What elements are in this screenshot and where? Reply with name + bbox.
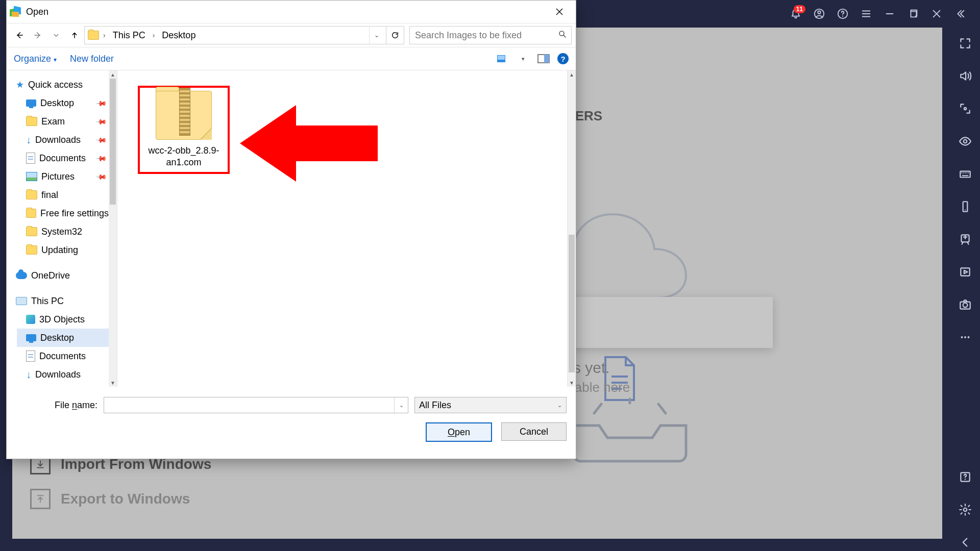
- open-dialog: Open › This PC › Desktop ⌄: [6, 0, 576, 459]
- minimize-icon[interactable]: [878, 2, 901, 26]
- search-icon[interactable]: [558, 30, 567, 41]
- nav-recent-dropdown[interactable]: [47, 27, 65, 44]
- svg-rect-24: [544, 55, 549, 63]
- scroll-down-icon[interactable]: ▼: [109, 379, 117, 387]
- tree-this-pc[interactable]: This PC: [7, 292, 109, 310]
- refresh-button[interactable]: [386, 27, 404, 44]
- volume-icon[interactable]: [955, 67, 975, 85]
- more-icon[interactable]: [955, 329, 975, 346]
- location-icon[interactable]: [955, 100, 975, 117]
- address-bar[interactable]: › This PC › Desktop ⌄: [84, 26, 404, 44]
- dialog-titlebar[interactable]: Open: [7, 1, 576, 23]
- file-item[interactable]: wcc-2-obb_2.8.9-an1.com: [138, 86, 230, 174]
- scroll-thumb[interactable]: [569, 235, 575, 372]
- tree-final[interactable]: final: [17, 186, 109, 204]
- search-box[interactable]: [409, 26, 572, 44]
- tree-onedrive[interactable]: OneDrive: [7, 266, 109, 285]
- breadcrumb-desktop[interactable]: Desktop: [159, 30, 199, 41]
- files-area[interactable]: wcc-2-obb_2.8.9-an1.com ▲ ▼: [117, 70, 576, 387]
- collapse-icon[interactable]: [948, 2, 972, 26]
- new-folder-button[interactable]: New folder: [70, 54, 114, 64]
- tree-documents-pc[interactable]: Documents: [17, 347, 109, 365]
- cube-icon: [26, 315, 35, 324]
- breadcrumb-this-pc[interactable]: This PC: [110, 30, 149, 41]
- svg-point-13: [963, 303, 968, 308]
- dialog-toolbar: Organize ▾ New folder ▾ ?: [7, 47, 576, 70]
- file-type-filter[interactable]: All Files⌄: [414, 397, 567, 413]
- chevron-right-icon[interactable]: ›: [151, 31, 157, 39]
- document-icon: [26, 153, 35, 164]
- tree-free-fire[interactable]: Free fire settings: [17, 204, 109, 222]
- view-mode-button[interactable]: [496, 53, 509, 64]
- search-input[interactable]: [414, 30, 558, 41]
- file-name: wcc-2-obb_2.8.9-an1.com: [142, 145, 226, 168]
- tree-documents[interactable]: Documents📌: [17, 149, 109, 167]
- account-icon[interactable]: [807, 2, 831, 26]
- help2-icon[interactable]: [955, 468, 975, 486]
- preview-pane-button[interactable]: [537, 53, 550, 64]
- tree-downloads[interactable]: ↓Downloads📌: [17, 131, 109, 149]
- keyboard-icon[interactable]: [955, 165, 975, 183]
- gamepad-icon[interactable]: [955, 231, 975, 248]
- scroll-thumb[interactable]: [110, 79, 116, 205]
- star-icon: ★: [16, 79, 24, 90]
- svg-point-19: [964, 508, 967, 512]
- tree-desktop[interactable]: Desktop📌: [17, 94, 109, 112]
- nav-forward-button: [29, 27, 46, 44]
- export-to-windows[interactable]: Export to Windows: [30, 489, 211, 509]
- document-icon: [26, 350, 35, 362]
- tree-quick-access[interactable]: ★Quick access: [7, 76, 109, 94]
- app-logo-icon: [10, 6, 22, 18]
- dialog-footer: File name: ⌄ All Files⌄ Open Cancel: [7, 387, 576, 448]
- chevron-down-icon: ▾: [54, 56, 57, 63]
- close-icon[interactable]: [925, 2, 948, 26]
- svg-rect-11: [961, 268, 969, 276]
- chevron-right-icon[interactable]: ›: [101, 31, 108, 39]
- svg-point-16: [968, 336, 970, 338]
- view-dropdown[interactable]: ▾: [517, 53, 530, 64]
- organize-menu[interactable]: Organize ▾: [14, 54, 57, 64]
- pictures-icon: [26, 172, 37, 181]
- pin-icon: 📌: [95, 115, 107, 127]
- help-icon[interactable]: [831, 2, 854, 26]
- pin-icon: 📌: [95, 97, 107, 109]
- eye-icon[interactable]: [955, 133, 975, 150]
- chevron-down-icon[interactable]: ⌄: [394, 397, 408, 413]
- back-icon[interactable]: [955, 534, 975, 551]
- svg-rect-7: [960, 171, 970, 178]
- scroll-up-icon[interactable]: ▲: [568, 70, 576, 79]
- dialog-close-button[interactable]: [548, 4, 571, 20]
- dialog-nav: › This PC › Desktop ⌄: [7, 23, 576, 47]
- file-name-input[interactable]: ⌄: [104, 397, 408, 413]
- open-button[interactable]: Open: [426, 422, 492, 442]
- scroll-up-icon[interactable]: ▲: [109, 70, 117, 79]
- chevron-down-icon[interactable]: ⌄: [557, 402, 562, 409]
- address-dropdown[interactable]: ⌄: [369, 27, 384, 44]
- settings-icon[interactable]: [955, 501, 975, 518]
- tree-desktop-pc[interactable]: Desktop: [17, 329, 109, 347]
- camera-icon[interactable]: [955, 296, 975, 313]
- restore-icon[interactable]: [901, 2, 925, 26]
- tree-updating[interactable]: Updating: [17, 241, 109, 259]
- tree-downloads-pc[interactable]: ↓Downloads: [17, 365, 109, 384]
- bluestacks-sidebar: [950, 28, 980, 551]
- nav-back-button[interactable]: [11, 27, 28, 44]
- dialog-help-icon[interactable]: ?: [557, 53, 569, 64]
- nav-up-button[interactable]: [66, 27, 83, 44]
- media-icon[interactable]: [955, 263, 975, 281]
- tree-pictures[interactable]: Pictures📌: [17, 167, 109, 186]
- scroll-down-icon[interactable]: ▼: [568, 379, 576, 387]
- svg-point-15: [964, 336, 966, 338]
- tree-system32[interactable]: System32: [17, 222, 109, 241]
- notifications-icon[interactable]: 11: [784, 2, 807, 26]
- tree-3dobjects[interactable]: 3D Objects: [17, 310, 109, 329]
- hamburger-icon[interactable]: [854, 2, 878, 26]
- annotation-arrow: [240, 95, 383, 194]
- tree-scrollbar[interactable]: ▲ ▼: [109, 70, 117, 387]
- cancel-button[interactable]: Cancel: [501, 422, 567, 441]
- nav-tree[interactable]: ★Quick access Desktop📌 Exam📌 ↓Downloads📌…: [7, 70, 109, 387]
- files-scrollbar[interactable]: ▲ ▼: [567, 70, 576, 387]
- fullscreen-icon[interactable]: [955, 35, 975, 52]
- tree-exam[interactable]: Exam📌: [17, 112, 109, 131]
- rotate-icon[interactable]: [955, 198, 975, 215]
